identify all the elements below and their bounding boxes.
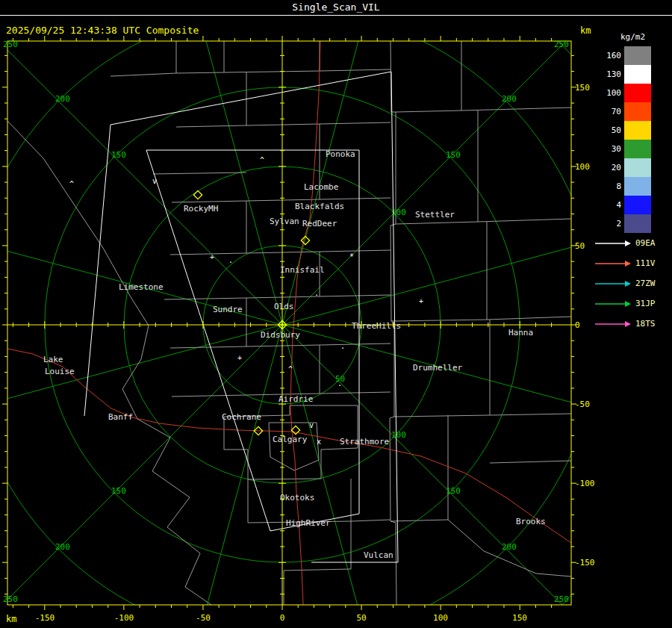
radar-site-legend: 09EA111V27ZW31JP18TS bbox=[595, 233, 656, 334]
city-label-ponoka: Ponoka bbox=[326, 149, 355, 159]
bottom-axis-tick-label: -100 bbox=[114, 613, 134, 623]
legend-item-27zw[interactable]: 27ZW bbox=[595, 273, 656, 293]
colorbar-swatch bbox=[624, 140, 651, 158]
city-label-lacombe: Lacombe bbox=[304, 182, 338, 192]
bottom-axis-tick-label: 0 bbox=[280, 613, 285, 623]
scan-timestamp: 2025/09/25 12:43:38 UTC Composite bbox=[6, 25, 199, 36]
colorbar-units-label: kg/m2 bbox=[620, 32, 645, 42]
range-ring-label: 100 bbox=[391, 430, 406, 440]
right-axis-tick-label: -50 bbox=[575, 400, 590, 409]
colorbar-value: 8 bbox=[600, 181, 624, 191]
legend-item-111v[interactable]: 111V bbox=[595, 253, 656, 273]
window-title: Single_Scan_VIL bbox=[292, 1, 379, 13]
colorbar-swatch bbox=[624, 84, 651, 102]
colorbar-value: 2 bbox=[600, 219, 624, 228]
colorbar-value: 70 bbox=[600, 107, 624, 116]
colorbar-row: 8 bbox=[600, 177, 651, 196]
right-axis-tick-label: -150 bbox=[575, 558, 595, 568]
legend-item-label: 27ZW bbox=[635, 279, 656, 288]
obs-symbol: * bbox=[349, 252, 354, 261]
colorbar-row: 50 bbox=[600, 121, 651, 140]
colorbar-value: 100 bbox=[600, 88, 624, 98]
colorbar-value: 4 bbox=[600, 200, 624, 210]
city-label-hanna: Hanna bbox=[508, 328, 533, 338]
city-label-innisfail: Innisfail bbox=[280, 265, 325, 275]
city-label-calgary: Calgary bbox=[273, 435, 308, 444]
city-label-olds: Olds bbox=[274, 302, 294, 311]
range-ring-label: 100 bbox=[391, 208, 406, 217]
range-ring-label: 250 bbox=[554, 40, 569, 49]
city-label-lake: Lake bbox=[43, 355, 63, 364]
site-arrow-icon bbox=[595, 320, 631, 328]
legend-item-label: 111V bbox=[635, 258, 656, 268]
obs-symbol: v bbox=[309, 421, 314, 429]
right-axis-tick-label: -100 bbox=[575, 479, 595, 488]
site-arrow-icon bbox=[595, 260, 631, 267]
obs-symbol: + bbox=[419, 297, 423, 305]
obs-symbol: · bbox=[314, 291, 319, 299]
city-label-sundre: Sundre bbox=[213, 305, 243, 314]
legend-item-31jp[interactable]: 31JP bbox=[595, 293, 656, 314]
range-ring-label: 200 bbox=[55, 94, 70, 104]
city-label-okotoks: Okotoks bbox=[280, 493, 314, 503]
colorbar-row: 100 bbox=[600, 84, 651, 102]
colorbar-value: 50 bbox=[600, 125, 624, 135]
city-label-sylvan: Sylvan bbox=[270, 217, 299, 226]
colorbar-row: 70 bbox=[600, 102, 651, 121]
range-ring-label: 200 bbox=[55, 542, 70, 552]
obs-symbol: ^ bbox=[260, 156, 264, 164]
obs-symbol: + bbox=[210, 253, 214, 261]
bottom-axis-tick-label: 150 bbox=[512, 613, 527, 623]
colorbar-row: 20 bbox=[600, 158, 651, 177]
bottom-axis-tick-label: 50 bbox=[356, 613, 366, 623]
colorbar-value: 20 bbox=[600, 163, 624, 172]
city-label-banff: Banff bbox=[108, 412, 133, 422]
colorbar-swatch bbox=[624, 46, 651, 65]
city-label-cochrane: Cochrane bbox=[222, 412, 261, 422]
colorbar-swatch bbox=[624, 65, 651, 84]
legend-item-label: 31JP bbox=[635, 299, 656, 308]
range-ring-label: 250 bbox=[554, 594, 569, 604]
colorbar-row: 4 bbox=[600, 196, 651, 214]
right-axis-tick-label: 100 bbox=[575, 162, 590, 172]
bottom-axis-tick-label: -150 bbox=[35, 613, 55, 623]
colorbar: 16013010070503020842 bbox=[600, 46, 651, 233]
colorbar-value: 30 bbox=[600, 144, 624, 154]
colorbar-swatch bbox=[624, 214, 651, 233]
legend-item-18ts[interactable]: 18TS bbox=[595, 314, 656, 334]
radar-map[interactable]: 2502001501502002501005010015020025015020… bbox=[0, 0, 672, 628]
range-ring-label: 250 bbox=[3, 594, 18, 604]
range-ring-label: 250 bbox=[3, 40, 18, 49]
city-label-threehills: ThreeHills bbox=[352, 321, 401, 331]
legend-item-09ea[interactable]: 09EA bbox=[595, 233, 656, 253]
right-axis-tick-label: 50 bbox=[575, 241, 585, 251]
colorbar-row: 130 bbox=[600, 65, 651, 84]
colorbar-swatch bbox=[624, 177, 651, 196]
obs-symbol: v bbox=[152, 177, 157, 185]
city-label-airdrie: Airdrie bbox=[279, 394, 313, 404]
range-ring-label: 150 bbox=[446, 486, 461, 496]
city-label-brooks: Brooks bbox=[516, 517, 546, 526]
site-arrow-icon bbox=[595, 300, 631, 308]
city-label-highriver: HighRiver bbox=[286, 518, 331, 528]
colorbar-swatch bbox=[624, 102, 651, 121]
city-label-vulcan: Vulcan bbox=[364, 550, 393, 560]
right-axis-units-label: km bbox=[580, 25, 591, 36]
city-label-limestone: Limestone bbox=[119, 282, 164, 292]
obs-symbol: + bbox=[237, 354, 242, 362]
colorbar-value: 130 bbox=[600, 69, 624, 79]
city-label-drumheller: Drumheller bbox=[413, 363, 463, 373]
colorbar-row: 160 bbox=[600, 46, 651, 65]
obs-symbol: · bbox=[228, 258, 233, 267]
titlebar: Single_Scan_VIL bbox=[0, 0, 672, 16]
bottom-axis-tick-label: -50 bbox=[196, 613, 211, 623]
obs-symbol: ^ bbox=[288, 365, 293, 373]
radar-site-marker[interactable] bbox=[193, 190, 202, 199]
right-axis-tick-label: 150 bbox=[575, 83, 590, 93]
legend-item-label: 18TS bbox=[635, 319, 656, 329]
obs-symbol: · bbox=[337, 382, 342, 390]
obs-symbol: x bbox=[317, 438, 321, 446]
city-label-rockymh: RockyMH bbox=[184, 204, 218, 214]
city-label-louise: Louise bbox=[45, 367, 75, 376]
city-label-didsbury: Didsbury bbox=[261, 330, 300, 340]
